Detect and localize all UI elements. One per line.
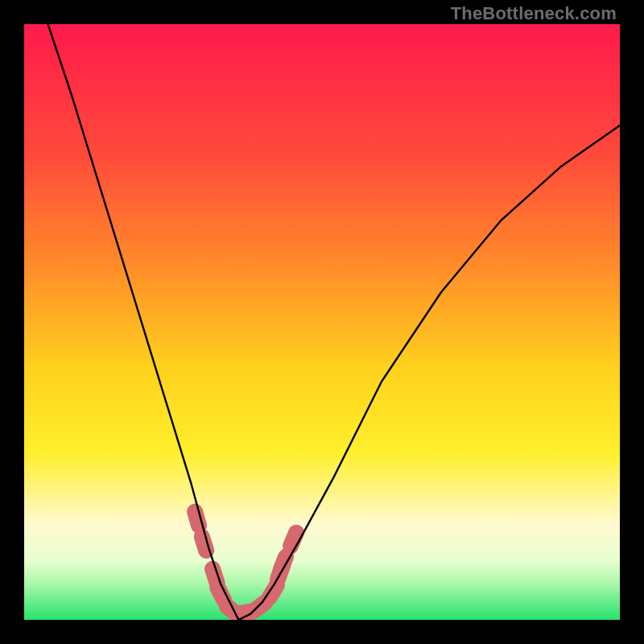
highlight-segments — [195, 512, 296, 616]
highlight-marker — [291, 533, 296, 547]
chart-svg — [24, 24, 620, 620]
bottleneck-curve — [48, 24, 620, 620]
plot-area — [24, 24, 620, 620]
highlight-marker — [195, 512, 199, 526]
watermark-text: TheBottleneck.com — [451, 3, 617, 24]
